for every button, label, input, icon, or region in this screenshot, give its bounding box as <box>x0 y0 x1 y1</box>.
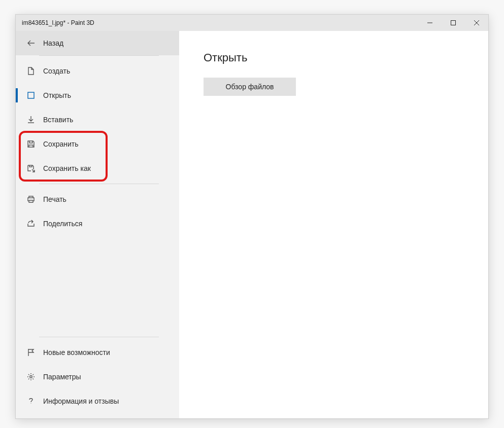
save-icon <box>26 140 36 148</box>
back-label: Назад <box>43 39 63 47</box>
sidebar-item-label: Вставить <box>43 116 73 124</box>
back-arrow-icon <box>26 39 36 47</box>
sidebar-item-print[interactable]: Печать <box>16 187 179 211</box>
titlebar: im843651_l.jpg* - Paint 3D <box>16 15 488 31</box>
window-body: Назад Создать Открыть <box>16 31 488 418</box>
sidebar-item-settings[interactable]: Параметры <box>16 365 179 389</box>
sidebar-spacer <box>16 236 179 337</box>
browse-label: Обзор файлов <box>226 83 274 91</box>
sidebar-item-share[interactable]: Поделиться <box>16 211 179 236</box>
open-file-icon <box>26 91 36 99</box>
sidebar-item-label: Сохранить как <box>43 164 91 172</box>
svg-rect-0 <box>451 21 456 25</box>
flag-icon <box>26 348 36 356</box>
content-title: Открыть <box>204 51 464 64</box>
sidebar-item-label: Сохранить <box>43 140 79 148</box>
sidebar-item-label: Информация и отзывы <box>43 397 119 405</box>
close-icon <box>474 20 479 25</box>
svg-point-2 <box>30 376 32 378</box>
save-as-icon <box>26 164 36 172</box>
sidebar-item-open[interactable]: Открыть <box>16 83 179 108</box>
sidebar: Назад Создать Открыть <box>16 31 179 418</box>
new-file-icon <box>26 67 36 75</box>
sidebar-item-saveas[interactable]: Сохранить как <box>16 156 179 181</box>
sidebar-item-save[interactable]: Сохранить <box>16 132 179 156</box>
insert-icon <box>26 116 36 124</box>
sidebar-menu: Создать Открыть Вставить <box>16 56 179 236</box>
help-icon <box>26 397 36 405</box>
sidebar-item-label: Параметры <box>43 373 81 381</box>
window-title: im843651_l.jpg* - Paint 3D <box>22 19 94 26</box>
gear-icon <box>26 373 36 381</box>
maximize-icon <box>451 20 456 25</box>
share-icon <box>26 220 36 228</box>
sidebar-item-label: Создать <box>43 67 70 75</box>
print-icon <box>26 195 36 203</box>
sidebar-item-label: Печать <box>43 195 66 203</box>
sidebar-bottom: Новые возможности Параметры Информация и… <box>16 337 179 418</box>
sidebar-item-whatsnew[interactable]: Новые возможности <box>16 340 179 365</box>
maximize-button[interactable] <box>442 15 465 31</box>
window-controls <box>418 15 488 31</box>
divider <box>39 184 159 184</box>
minimize-icon <box>427 20 432 25</box>
sidebar-item-feedback[interactable]: Информация и отзывы <box>16 389 179 413</box>
svg-rect-1 <box>28 92 34 98</box>
sidebar-item-new[interactable]: Создать <box>16 59 179 83</box>
sidebar-item-label: Открыть <box>43 91 71 99</box>
sidebar-item-insert[interactable]: Вставить <box>16 108 179 132</box>
back-button[interactable]: Назад <box>16 31 179 55</box>
sidebar-item-label: Поделиться <box>43 220 82 228</box>
app-window: im843651_l.jpg* - Paint 3D Назад <box>15 14 489 419</box>
content-panel: Открыть Обзор файлов <box>179 31 488 418</box>
divider <box>39 337 159 337</box>
browse-files-button[interactable]: Обзор файлов <box>204 78 296 96</box>
minimize-button[interactable] <box>418 15 442 31</box>
close-button[interactable] <box>465 15 488 31</box>
sidebar-item-label: Новые возможности <box>43 348 110 356</box>
